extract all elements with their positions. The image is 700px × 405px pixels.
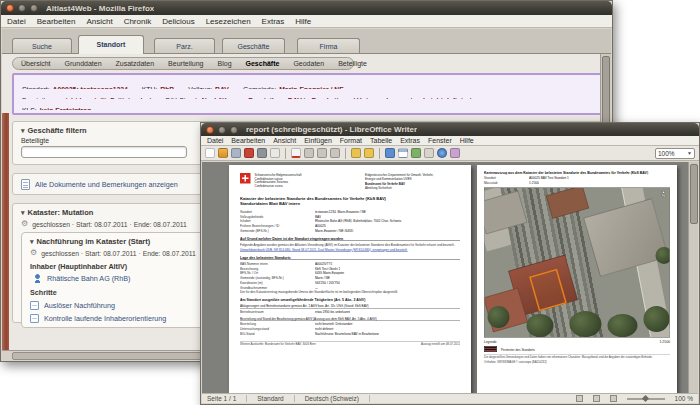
statusbar-zoom[interactable]: 100 % bbox=[675, 395, 693, 402]
menu-ansicht[interactable]: Ansicht bbox=[273, 137, 296, 144]
menu-einfuegen[interactable]: Einfügen bbox=[304, 137, 332, 144]
close-icon[interactable] bbox=[6, 4, 14, 12]
menu-ansicht[interactable]: Ansicht bbox=[86, 17, 112, 26]
open-icon[interactable] bbox=[218, 148, 228, 158]
book-view-icon[interactable] bbox=[610, 395, 617, 402]
map-title: Kartenauszug aus dem Kataster der belast… bbox=[484, 171, 670, 175]
paste-icon[interactable] bbox=[330, 148, 340, 158]
find-replace-icon[interactable] bbox=[424, 148, 434, 158]
photo-tree bbox=[488, 306, 510, 328]
minimize-icon[interactable] bbox=[18, 4, 26, 12]
menu-tabelle[interactable]: Tabelle bbox=[370, 137, 392, 144]
document-link-text[interactable]: Umweltdatenbank UDB, SR 814.680, Stand 0… bbox=[240, 247, 460, 251]
menu-fenster[interactable]: Fenster bbox=[428, 137, 452, 144]
subnav-geschaefte[interactable]: Geschäfte bbox=[246, 60, 280, 67]
department-lines: Eidgenössisches Departement für Umwelt, … bbox=[365, 173, 460, 190]
menu-extras[interactable]: Extras bbox=[400, 137, 420, 144]
step-ausloeser-link[interactable]: Auslöser Nachführung bbox=[44, 301, 115, 310]
hyperlink-icon[interactable] bbox=[385, 148, 395, 158]
zoom-value: 100% bbox=[658, 150, 675, 157]
firefox-menubar: Datei Bearbeiten Ansicht Chronik Delicio… bbox=[1, 15, 612, 28]
firefox-titlebar[interactable]: Altlast4Web - Mozilla Firefox bbox=[1, 1, 612, 15]
print-icon[interactable] bbox=[257, 148, 267, 158]
kv-label: Vollzugsbehörde bbox=[240, 214, 315, 218]
scrollbar-thumb[interactable] bbox=[690, 164, 698, 224]
subnav-uebersicht[interactable]: Übersicht bbox=[21, 60, 51, 67]
subnav-grunddaten[interactable]: Grunddaten bbox=[65, 60, 102, 67]
single-page-view-icon[interactable] bbox=[576, 395, 583, 402]
kv-value: nicht beurteilt: Drittstandort bbox=[315, 322, 353, 326]
tab-geschaefte[interactable]: Geschäfte bbox=[222, 38, 285, 54]
collapse-icon[interactable]: ▾ bbox=[21, 209, 25, 217]
section-nav: Übersicht Grunddaten Zusatzdaten Beurtei… bbox=[12, 57, 354, 70]
insert-table-icon[interactable] bbox=[398, 148, 408, 158]
scrollbar-thumb[interactable] bbox=[12, 352, 212, 360]
menu-datei[interactable]: Datei bbox=[7, 17, 26, 26]
spellcheck-icon[interactable] bbox=[291, 148, 301, 158]
tab-suche[interactable]: Suche bbox=[12, 38, 72, 54]
draw-functions-icon[interactable] bbox=[411, 148, 421, 158]
info-label: KLS: bbox=[22, 107, 37, 110]
new-document-icon[interactable] bbox=[205, 148, 215, 158]
kv-value: 1:2'000 bbox=[529, 181, 539, 185]
subnav-blog[interactable]: Blog bbox=[218, 60, 232, 67]
tab-firma[interactable]: Firma bbox=[297, 38, 360, 54]
copy-icon[interactable] bbox=[317, 148, 327, 158]
menu-chronik[interactable]: Chronik bbox=[124, 17, 152, 26]
info-row-1: Standort:A00025: testoeops1234 KTU:RhB V… bbox=[22, 78, 593, 89]
document-header: Schweizerische Eidgenossenschaft Confédé… bbox=[240, 173, 460, 190]
toolbar-separator bbox=[345, 148, 346, 159]
writer-titlebar[interactable]: report (schreibgeschützt) - LibreOffice … bbox=[201, 123, 699, 136]
minimize-icon[interactable] bbox=[218, 126, 226, 134]
vertical-scrollbar[interactable] bbox=[688, 162, 698, 393]
menu-hilfe[interactable]: Hilfe bbox=[460, 137, 474, 144]
document-icon bbox=[21, 179, 30, 190]
step-kontrolle-link[interactable]: Kontrolle laufende Inhaberorientierung bbox=[44, 314, 166, 323]
kv-value: 563'250 / 205'750 bbox=[315, 281, 340, 285]
collapse-icon[interactable]: ▾ bbox=[21, 127, 25, 135]
page-preview-icon[interactable] bbox=[270, 148, 280, 158]
subnav-geodaten[interactable]: Geodaten bbox=[293, 60, 324, 67]
menu-bearbeiten[interactable]: Bearbeiten bbox=[231, 137, 265, 144]
maximize-icon[interactable] bbox=[30, 4, 38, 12]
subnav-beurteilung[interactable]: Beurteilung bbox=[168, 60, 203, 67]
zoom-slider-handle[interactable] bbox=[642, 394, 649, 401]
paragraph: Folgende Angaben wurden gemäss der Altla… bbox=[240, 243, 460, 247]
zoom-combobox[interactable]: 100% ▼ bbox=[655, 148, 695, 159]
menu-lesezeichen[interactable]: Lesezeichen bbox=[206, 17, 251, 26]
export-pdf-icon[interactable] bbox=[244, 148, 254, 158]
beteiligte-input[interactable] bbox=[21, 146, 187, 158]
main-tabstrip: Suche Standort Parz. Geschäfte Firma bbox=[2, 29, 611, 54]
save-icon[interactable] bbox=[231, 148, 241, 158]
kv-label: Beurteilung bbox=[240, 322, 315, 326]
gallery-icon[interactable] bbox=[450, 148, 460, 158]
menu-delicious[interactable]: Delicious bbox=[162, 17, 194, 26]
maximize-icon[interactable] bbox=[230, 126, 238, 134]
close-icon[interactable] bbox=[206, 126, 214, 134]
dept-line: Abteilung Sicherheit bbox=[365, 186, 460, 190]
menu-bearbeiten[interactable]: Bearbeiten bbox=[37, 17, 76, 26]
multi-page-view-icon[interactable] bbox=[593, 395, 600, 402]
kataster-title: Kataster: Mutation bbox=[28, 208, 94, 217]
collapse-icon[interactable]: ▾ bbox=[30, 238, 34, 246]
menu-extras[interactable]: Extras bbox=[262, 17, 285, 26]
section-heading: Auf Grund welcher Daten ist der Standort… bbox=[240, 237, 460, 242]
subnav-zusatzdaten[interactable]: Zusatzdaten bbox=[116, 60, 155, 67]
all-documents-link[interactable]: Alle Dokumente und Bemerkungen anzeigen bbox=[35, 180, 178, 189]
tab-standort[interactable]: Standort bbox=[78, 35, 144, 54]
redo-icon[interactable] bbox=[364, 148, 374, 158]
cut-icon[interactable] bbox=[304, 148, 314, 158]
inhaber-link[interactable]: Rhätische Bahn AG (RhB) bbox=[47, 274, 131, 283]
menu-hilfe[interactable]: Hilfe bbox=[295, 17, 311, 26]
zoom-slider[interactable] bbox=[627, 398, 665, 400]
kv-label: BFS-Nr. / Ort bbox=[240, 271, 315, 275]
navigator-icon[interactable] bbox=[437, 148, 447, 158]
statusbar-style[interactable]: Standard bbox=[257, 395, 294, 402]
subnav-beteiligte[interactable]: Beteiligte bbox=[338, 60, 367, 67]
menu-datei[interactable]: Datei bbox=[207, 137, 223, 144]
statusbar-language[interactable]: Deutsch (Schweiz) bbox=[305, 395, 370, 402]
menu-format[interactable]: Format bbox=[340, 137, 362, 144]
paragraph: Der für den Katastereintrag massgebende … bbox=[240, 290, 460, 294]
tab-parzelle[interactable]: Parz. bbox=[154, 38, 215, 54]
undo-icon[interactable] bbox=[351, 148, 361, 158]
